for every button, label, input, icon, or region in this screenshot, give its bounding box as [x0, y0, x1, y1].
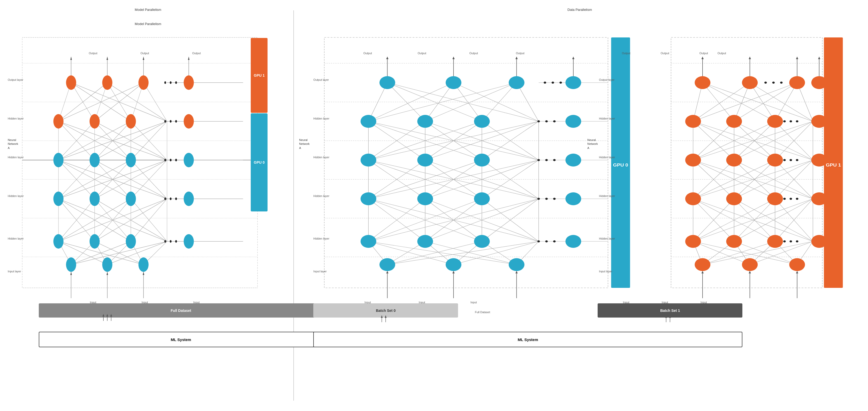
svg-line-305 — [693, 160, 813, 199]
svg-line-168 — [482, 199, 539, 241]
hidden-layer-2-rr: Hidden layer — [599, 195, 615, 198]
svg-line-151 — [425, 241, 517, 265]
svg-point-100 — [89, 153, 99, 167]
svg-point-383 — [790, 240, 792, 242]
svg-line-59 — [95, 121, 167, 160]
svg-point-111 — [175, 198, 177, 200]
svg-line-327 — [734, 121, 775, 160]
output-l2-rr: Output — [656, 52, 674, 55]
data-parallelism-title: Data Parallelism — [299, 8, 860, 12]
output-layer-label-left: Output layer — [8, 78, 23, 81]
svg-line-173 — [369, 160, 539, 199]
svg-point-365 — [685, 153, 701, 167]
svg-point-224 — [560, 81, 562, 83]
svg-line-182 — [369, 160, 539, 199]
svg-point-92 — [53, 114, 63, 129]
svg-point-220 — [446, 76, 461, 89]
svg-line-79 — [144, 82, 167, 121]
svg-line-319 — [693, 121, 734, 160]
svg-point-90 — [175, 81, 177, 84]
svg-line-309 — [734, 160, 813, 199]
svg-line-287 — [693, 199, 734, 241]
svg-point-233 — [361, 153, 376, 167]
svg-line-322 — [693, 121, 734, 160]
svg-line-208 — [388, 82, 482, 121]
hidden-layer-1-label-left: Hidden layer — [8, 237, 24, 240]
output-label-1-left: Output — [84, 52, 102, 55]
data-parallelism-section: Data Parallelism — [297, 5, 863, 406]
svg-line-329 — [775, 121, 813, 160]
svg-line-189 — [369, 121, 539, 160]
svg-line-277 — [703, 241, 813, 265]
svg-line-26 — [95, 199, 131, 241]
svg-line-290 — [693, 199, 734, 241]
svg-line-64 — [58, 121, 167, 160]
hidden-layer-2-rl: Hidden layer — [313, 195, 329, 198]
svg-point-368 — [783, 159, 786, 161]
svg-line-343 — [703, 82, 813, 121]
svg-line-288 — [693, 199, 775, 241]
svg-point-226 — [361, 115, 376, 128]
svg-point-239 — [565, 153, 581, 167]
svg-point-103 — [170, 159, 172, 161]
input-layer-label-rl: Input layer — [313, 270, 327, 273]
svg-point-101 — [126, 153, 136, 167]
hidden-layer-2-label-left: Hidden layer — [8, 195, 24, 198]
svg-line-310 — [693, 160, 775, 199]
svg-line-43 — [95, 160, 167, 199]
svg-point-109 — [164, 198, 166, 200]
svg-line-331 — [734, 121, 813, 160]
svg-point-115 — [126, 234, 136, 249]
svg-line-279 — [734, 241, 750, 265]
svg-point-354 — [764, 81, 767, 83]
svg-line-192 — [425, 121, 482, 160]
svg-line-144 — [388, 241, 482, 265]
svg-text:GPU 0: GPU 0 — [613, 163, 628, 168]
svg-line-18 — [131, 241, 144, 265]
svg-line-47 — [131, 160, 167, 199]
svg-line-193 — [425, 121, 539, 160]
svg-point-232 — [565, 115, 581, 128]
svg-point-89 — [170, 81, 172, 84]
svg-line-53 — [58, 121, 95, 160]
svg-line-166 — [369, 199, 539, 241]
svg-point-229 — [537, 120, 540, 123]
svg-point-219 — [379, 76, 395, 89]
svg-line-29 — [95, 199, 131, 241]
svg-point-381 — [767, 235, 783, 248]
ml-system-box-right: ML System — [313, 332, 742, 347]
svg-line-330 — [693, 121, 813, 160]
svg-point-362 — [790, 120, 792, 123]
svg-line-23 — [58, 199, 167, 241]
output-l4-rl: Output — [511, 52, 529, 55]
svg-point-366 — [726, 153, 742, 167]
svg-line-204 — [369, 82, 517, 121]
svg-point-122 — [138, 258, 149, 272]
svg-line-11 — [71, 241, 167, 265]
svg-line-38 — [58, 160, 131, 199]
svg-rect-389 — [824, 37, 843, 288]
svg-rect-265 — [611, 37, 630, 288]
svg-line-152 — [482, 241, 517, 265]
svg-line-299 — [734, 199, 813, 241]
svg-line-211 — [388, 82, 539, 121]
input-layer-label-left: Input layer — [8, 270, 21, 273]
svg-line-177 — [425, 160, 539, 199]
svg-line-50 — [131, 160, 167, 199]
model-parallelism-header: Model Parallelism — [135, 22, 161, 26]
svg-point-230 — [546, 120, 548, 123]
svg-line-165 — [482, 199, 539, 241]
svg-point-243 — [537, 198, 540, 200]
hidden-layer-3-rr: Hidden layer — [599, 156, 615, 159]
svg-point-241 — [417, 192, 433, 205]
svg-point-113 — [53, 234, 63, 249]
svg-point-99 — [53, 153, 63, 167]
svg-point-228 — [474, 115, 490, 128]
svg-point-378 — [811, 192, 827, 205]
hidden-layer-3-rl: Hidden layer — [313, 156, 329, 159]
svg-line-74 — [71, 82, 131, 121]
svg-line-308 — [734, 160, 775, 199]
svg-point-382 — [783, 240, 786, 242]
svg-line-146 — [369, 241, 454, 265]
svg-line-45 — [95, 160, 131, 199]
